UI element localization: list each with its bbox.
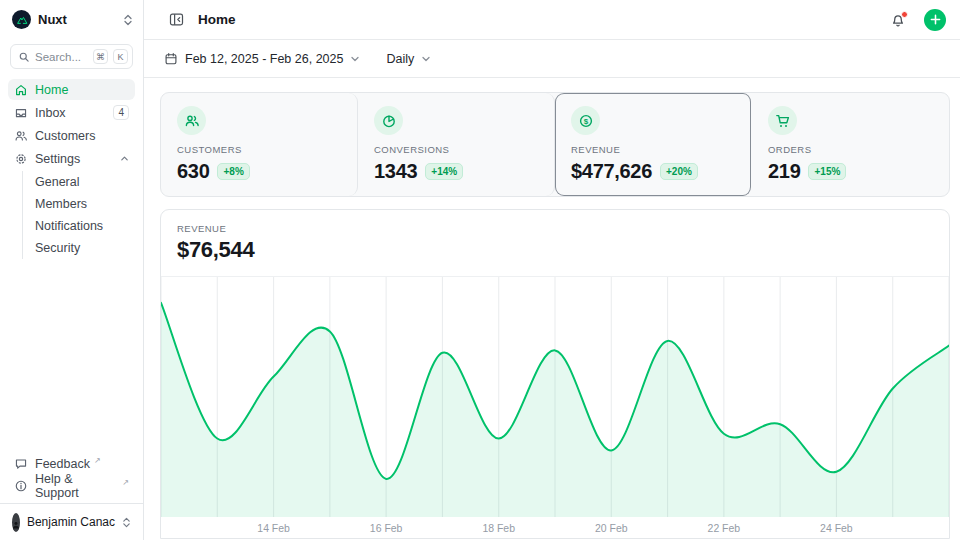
gear-icon: [14, 152, 28, 166]
stat-delta-badge: +20%: [660, 163, 698, 180]
date-range-label: Feb 12, 2025 - Feb 26, 2025: [185, 52, 343, 66]
pie-chart-icon: [374, 106, 403, 135]
filters-toolbar: Feb 12, 2025 - Feb 26, 2025 Daily: [144, 40, 960, 78]
search-box[interactable]: ⌘ K: [10, 44, 133, 69]
stat-label: ORDERS: [768, 144, 933, 155]
sidebar-item-security[interactable]: Security: [35, 237, 135, 259]
revenue-chart-card: REVENUE $76,544 14 Feb16 Feb18 Feb20 Feb…: [160, 209, 950, 539]
kbd-k: K: [113, 49, 128, 64]
feedback-label: Feedback: [35, 457, 90, 471]
notification-dot: [901, 11, 908, 18]
date-range-picker[interactable]: Feb 12, 2025 - Feb 26, 2025: [164, 52, 360, 66]
stat-card-revenue[interactable]: $ REVENUE $477,626 +20%: [555, 93, 752, 196]
settings-subtree: General Members Notifications Security: [22, 171, 135, 259]
users-icon: [14, 129, 28, 143]
dashboard-content: CUSTOMERS 630 +8% CONVERSIONS 1343 +14%: [144, 78, 960, 539]
search-input[interactable]: [35, 51, 88, 63]
chevron-down-icon: [350, 54, 360, 64]
avatar: [12, 513, 20, 532]
user-name: Benjamin Canac: [27, 515, 115, 529]
stat-value: $477,626: [571, 160, 652, 183]
chevron-updown-icon: [122, 517, 131, 528]
stat-value: 1343: [374, 160, 417, 183]
sidebar-item-general[interactable]: General: [35, 171, 135, 193]
inbox-count-badge: 4: [113, 105, 129, 120]
page-title: Home: [198, 12, 876, 27]
info-circle-icon: [14, 479, 28, 493]
kbd-cmd: ⌘: [93, 49, 108, 64]
sidebar: Nuxt ⌘ K Home Inbox 4: [0, 0, 144, 540]
user-menu[interactable]: Benjamin Canac: [8, 511, 135, 533]
sidebar-item-members[interactable]: Members: [35, 193, 135, 215]
workspace-name: Nuxt: [38, 12, 116, 27]
collapse-sidebar-icon[interactable]: [164, 8, 188, 32]
stat-label: REVENUE: [571, 144, 735, 155]
external-link-icon: ↗: [94, 456, 101, 465]
home-icon: [14, 83, 28, 97]
stat-label: CUSTOMERS: [177, 144, 341, 155]
sidebar-item-customers[interactable]: Customers: [8, 125, 135, 146]
sidebar-item-settings[interactable]: Settings: [8, 148, 135, 169]
sidebar-item-label: Settings: [35, 152, 113, 166]
main-area: Home Feb 12, 2025 - Feb 26, 2025 Daily: [144, 0, 960, 540]
sidebar-item-notifications[interactable]: Notifications: [35, 215, 135, 237]
stat-delta-badge: +15%: [808, 163, 846, 180]
page-header: Home: [144, 0, 960, 40]
notifications-button[interactable]: [886, 8, 910, 32]
chevron-up-icon: [120, 154, 129, 163]
sidebar-item-label: Customers: [35, 129, 129, 143]
external-link-icon: ↗: [122, 478, 129, 487]
chat-bubble-icon: [14, 457, 28, 471]
stat-value: 219: [768, 160, 800, 183]
sidebar-item-home[interactable]: Home: [8, 79, 135, 100]
circle-dollar-icon: $: [571, 106, 600, 135]
revenue-area-chart[interactable]: 14 Feb16 Feb18 Feb20 Feb22 Feb24 Feb: [161, 276, 949, 537]
inbox-icon: [14, 106, 28, 120]
stat-delta-badge: +14%: [425, 163, 463, 180]
users-icon: [177, 106, 206, 135]
stats-row: CUSTOMERS 630 +8% CONVERSIONS 1343 +14%: [160, 92, 950, 197]
stat-label: CONVERSIONS: [374, 144, 538, 155]
sidebar-item-inbox[interactable]: Inbox 4: [8, 102, 135, 123]
chart-metric-value: $76,544: [177, 237, 933, 263]
add-button[interactable]: [924, 9, 946, 31]
svg-text:22 Feb: 22 Feb: [708, 523, 741, 534]
help-support-label: Help & Support: [35, 472, 118, 500]
chart-header: REVENUE $76,544: [161, 210, 949, 276]
chevron-updown-icon: [123, 14, 133, 26]
stat-card-conversions[interactable]: CONVERSIONS 1343 +14%: [358, 93, 555, 196]
sidebar-item-label: Home: [35, 83, 129, 97]
calendar-icon: [164, 52, 178, 66]
stat-value: 630: [177, 160, 209, 183]
svg-text:18 Feb: 18 Feb: [482, 523, 515, 534]
nuxt-logo-icon: [12, 10, 31, 29]
svg-text:14 Feb: 14 Feb: [257, 523, 290, 534]
stat-card-orders[interactable]: ORDERS 219 +15%: [752, 93, 949, 196]
chart-metric-label: REVENUE: [177, 223, 933, 234]
workspace-switcher[interactable]: Nuxt: [0, 0, 143, 29]
help-support-link[interactable]: Help & Support ↗: [8, 475, 135, 497]
period-select[interactable]: Daily: [386, 52, 431, 66]
sidebar-nav: Home Inbox 4 Customers Settings Genera: [8, 79, 135, 259]
period-label: Daily: [386, 52, 414, 66]
search-icon: [18, 51, 30, 63]
cart-icon: [768, 106, 797, 135]
svg-text:$: $: [583, 116, 588, 125]
stat-card-customers[interactable]: CUSTOMERS 630 +8%: [161, 93, 358, 196]
svg-text:24 Feb: 24 Feb: [820, 523, 853, 534]
sidebar-footer-links: Feedback ↗ Help & Support ↗: [0, 453, 143, 503]
stat-delta-badge: +8%: [217, 163, 249, 180]
chevron-down-icon: [421, 54, 431, 64]
sidebar-user-section: Benjamin Canac: [0, 503, 143, 540]
svg-text:16 Feb: 16 Feb: [370, 523, 403, 534]
svg-text:20 Feb: 20 Feb: [595, 523, 628, 534]
sidebar-item-label: Inbox: [35, 106, 106, 120]
